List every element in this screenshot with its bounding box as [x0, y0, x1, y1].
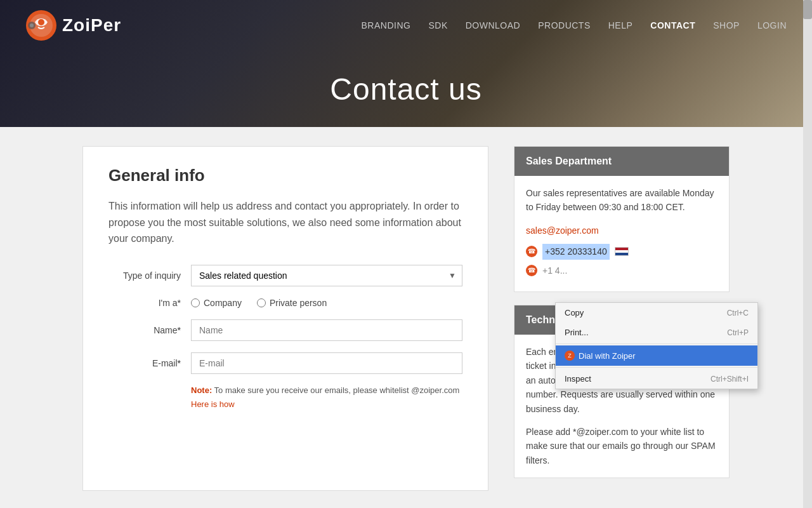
inspect-label: Inspect [565, 374, 591, 384]
inquiry-select[interactable]: Sales related question Technical questio… [191, 265, 462, 286]
dial-zoiper-left: Z Dial with Zoiper [565, 351, 636, 361]
context-menu-divider-2 [556, 367, 757, 368]
email-row: E-mail [108, 352, 462, 374]
radio-private-input[interactable] [257, 298, 266, 307]
flag-netherlands [615, 247, 629, 256]
sales-card-header: Sales Department [514, 147, 729, 176]
ima-label: I'm a* [108, 298, 191, 308]
phone-icon-2: ☎ [526, 265, 537, 276]
nav-contact[interactable]: CONTACT [650, 20, 695, 30]
inquiry-select-wrapper: Sales related question Technical questio… [191, 265, 462, 286]
nav-links: BRANDING SDK DOWNLOAD PRODUCTS HELP CONT… [362, 20, 787, 30]
nav-shop[interactable]: SHOP [713, 20, 740, 30]
note-row: Note: To make sure you receive our email… [191, 385, 462, 395]
phone-2[interactable]: +1 4... [542, 264, 567, 277]
print-label: Print... [565, 328, 589, 337]
inspect-shortcut: Ctrl+Shift+I [710, 375, 749, 384]
context-menu-copy[interactable]: Copy Ctrl+C [556, 303, 757, 323]
name-label: Name [108, 325, 191, 335]
technical-body-2: Please add *@zoiper.com to your white li… [526, 425, 717, 467]
phone-row-1: ☎ +352 20333140 [526, 244, 717, 259]
context-menu-dial-zoiper[interactable]: Z Dial with Zoiper [556, 345, 757, 366]
nav-download[interactable]: DOWNLOAD [466, 20, 520, 30]
radio-private[interactable]: Private person [257, 298, 327, 308]
radio-company[interactable]: Company [191, 298, 242, 308]
email-input[interactable] [191, 352, 462, 374]
nav-login[interactable]: LOGIN [757, 20, 787, 30]
nav-sdk[interactable]: SDK [428, 20, 447, 30]
ima-row: I'm a* Company Private person [108, 298, 462, 308]
zoiper-menu-icon: Z [565, 351, 575, 361]
context-menu-divider-1 [556, 344, 757, 344]
context-menu-inspect[interactable]: Inspect Ctrl+Shift+I [556, 369, 757, 389]
copy-label: Copy [565, 308, 584, 318]
page-title: Contact us [330, 72, 481, 107]
inquiry-label: Type of inquiry [108, 271, 191, 281]
sales-hours: Our sales representatives are available … [526, 186, 717, 215]
form-panel: General info This information will help … [82, 146, 488, 491]
phone-1-highlighted[interactable]: +352 20333140 [542, 244, 610, 259]
svg-point-2 [38, 19, 44, 25]
nav-help[interactable]: HELP [608, 20, 633, 30]
hero-area: Contact us [0, 51, 812, 127]
here-is-how-link[interactable]: Here is how [191, 399, 235, 409]
radio-company-label: Company [204, 298, 242, 308]
name-input[interactable] [191, 319, 462, 341]
sales-card: Sales Department Our sales representativ… [514, 146, 730, 292]
svg-point-4 [30, 23, 34, 27]
note-text: To make sure you receive our emails, ple… [214, 385, 460, 395]
radio-group: Company Private person [191, 298, 327, 308]
nav-products[interactable]: PRODUCTS [538, 20, 591, 30]
print-shortcut: Ctrl+P [727, 328, 749, 337]
email-label: E-mail [108, 358, 191, 368]
radio-private-label: Private person [270, 298, 327, 308]
sales-email[interactable]: sales@zoiper.com [526, 224, 717, 237]
form-section-title: General info [108, 166, 462, 185]
phone-icon-1: ☎ [526, 246, 537, 257]
logo-icon [25, 10, 57, 41]
note-label: Note: [191, 385, 212, 395]
phone-row-2: ☎ +1 4... [526, 264, 717, 277]
dial-zoiper-label: Dial with Zoiper [579, 351, 636, 361]
sales-card-body: Our sales representatives are available … [514, 176, 729, 291]
copy-shortcut: Ctrl+C [727, 309, 749, 318]
header: ZoiPer BRANDING SDK DOWNLOAD PRODUCTS HE… [0, 0, 812, 127]
nav-branding[interactable]: BRANDING [362, 20, 411, 30]
form-description: This information will help us address an… [108, 198, 462, 247]
radio-company-input[interactable] [191, 298, 200, 307]
name-row: Name [108, 319, 462, 341]
logo[interactable]: ZoiPer [25, 10, 121, 41]
context-menu[interactable]: Copy Ctrl+C Print... Ctrl+P Z Dial with … [555, 302, 758, 389]
navigation: ZoiPer BRANDING SDK DOWNLOAD PRODUCTS HE… [0, 0, 812, 51]
context-menu-print[interactable]: Print... Ctrl+P [556, 323, 757, 342]
inquiry-row: Type of inquiry Sales related question T… [108, 265, 462, 286]
logo-text: ZoiPer [62, 15, 121, 36]
